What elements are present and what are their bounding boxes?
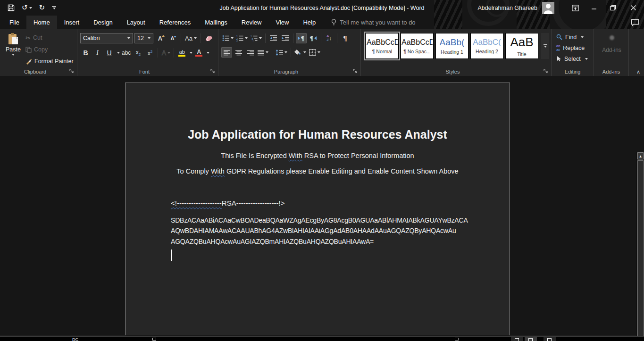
customize-qat-button[interactable] [52,6,56,10]
tell-me-box[interactable]: Tell me what you want to do [331,16,415,29]
find-button[interactable]: Find [556,32,592,42]
tab-file[interactable]: File [2,16,26,29]
minimize-button[interactable] [585,0,603,16]
shading-button[interactable] [293,47,307,58]
bullets-button[interactable] [221,33,234,43]
tab-design[interactable]: Design [86,16,119,29]
italic-button[interactable]: I [92,48,103,58]
rtl-text-direction-button[interactable]: ¶ [308,33,318,43]
collapse-ribbon-button[interactable]: ∧ [636,69,640,75]
feedback-comment-icon[interactable] [631,19,639,26]
show-hide-marks-button[interactable]: ¶ [340,33,351,43]
select-arrow-icon [556,56,561,62]
clipboard-dialog-launcher[interactable] [69,69,75,74]
close-button[interactable] [622,0,644,16]
underline-button[interactable]: U [104,48,115,58]
tab-review[interactable]: Review [234,16,269,29]
tab-home[interactable]: Home [26,16,57,29]
text-highlight-button[interactable]: ab [176,48,187,58]
ltr-text-direction-button[interactable]: ¶ [296,33,307,43]
taskbar-button[interactable] [544,337,556,341]
ribbon-display-options-button[interactable] [566,0,585,16]
copy-button[interactable]: Copy [25,44,74,55]
borders-button[interactable] [308,47,321,58]
doc-encoded-block: SDBzACAaABiACAaCwBOADeaBQAaWZAgAEcgByAG8… [171,215,468,247]
justify-button[interactable] [257,47,269,58]
tab-layout[interactable]: Layout [120,16,152,29]
tab-references[interactable]: References [152,16,198,29]
format-painter-button[interactable]: Format Painter [25,56,74,67]
clear-formatting-button[interactable] [204,33,215,43]
styles-gallery-more-button[interactable] [541,33,549,59]
style-normal[interactable]: AaBbCcD ¶ Normal [366,33,399,59]
cut-button[interactable]: ✂Cut [25,33,74,43]
font-dialog-launcher[interactable] [210,69,216,74]
account-user-name[interactable]: Abdelrahman Ghareeb [478,5,537,11]
highlight-options-chevron[interactable] [190,52,192,54]
quick-access-toolbar: ↺ ↻ [0,4,56,11]
document-page[interactable]: Job Application for Human Resources Anal… [125,83,510,335]
ribbon-tab-bar: File Home Insert Design Layout Reference… [0,16,644,29]
underline-options-chevron[interactable] [117,52,120,54]
styles-group: AaBbCcD ¶ Normal AaBbCcD ¶ No Spac... Aa… [361,29,552,76]
addins-button[interactable]: Add-ins [597,35,627,53]
styles-dialog-launcher[interactable] [544,69,549,74]
multilevel-list-button[interactable]: 1ai [250,33,263,43]
font-color-button[interactable]: A [193,48,204,58]
shrink-font-button[interactable]: A [167,33,178,43]
addins-group: Add-ins Add-ins [594,29,629,76]
grammar-squiggle: <!------------------- [171,199,222,207]
align-left-button[interactable] [221,47,232,58]
lightbulb-icon [331,19,336,26]
tab-view[interactable]: View [268,16,296,29]
tab-mailings[interactable]: Mailings [198,16,234,29]
font-color-options-chevron[interactable] [207,52,209,54]
paste-button[interactable]: Paste [3,33,24,67]
doc-encoded-line: AQwBDAHIAMAAwACAAUABhAG4AZwBlAHIAIAAiAGg… [171,225,468,236]
style-heading-2[interactable]: AaBbC( Heading 2 [470,33,503,59]
redo-button[interactable]: ↻ [39,4,45,11]
text-effects-button[interactable]: A [160,48,171,58]
select-button[interactable]: Select [556,53,592,64]
strikethrough-button[interactable]: abc [121,48,132,58]
line-spacing-button[interactable] [275,47,288,58]
scroll-up-button[interactable]: ▲ [637,152,644,159]
font-group: Calibri 12 A A Aa B I U abc x2 x2 A ab [77,29,218,76]
tab-insert[interactable]: Insert [57,16,87,29]
style-no-spacing[interactable]: AaBbCcD ¶ No Spac... [401,33,434,59]
windows-taskbar[interactable]: DC [0,336,644,341]
style-title[interactable]: AaB Title [505,33,538,59]
avatar[interactable] [542,2,554,14]
decrease-indent-button[interactable] [268,33,279,43]
vertical-scrollbar[interactable]: ▲ ▼ [636,152,644,341]
taskbar-button[interactable] [511,337,523,341]
font-name-combo[interactable]: Calibri [80,33,133,43]
style-heading-1[interactable]: AaBb( Heading 1 [435,33,468,59]
taskbar-app-fragment[interactable] [152,338,156,341]
tab-help[interactable]: Help [296,16,323,29]
change-case-button[interactable]: Aa [184,33,198,43]
save-button[interactable] [8,4,15,11]
subscript-button[interactable]: x2 [133,48,143,58]
taskbar-tray-fragment[interactable] [455,338,459,341]
align-right-icon [247,50,254,56]
font-color-swatch [195,55,202,57]
restore-button[interactable] [603,0,622,16]
align-right-button[interactable] [245,47,256,58]
taskbar-app-fragment[interactable]: DC [72,338,78,341]
increase-indent-button[interactable] [280,33,291,43]
bold-button[interactable]: B [80,48,91,58]
font-size-combo[interactable]: 12 [134,33,153,43]
numbering-button[interactable]: 123 [235,33,249,43]
align-center-button[interactable] [233,47,244,58]
multilevel-list-icon: 1ai [251,35,258,42]
replace-button[interactable]: abac Replace [556,42,592,53]
undo-button[interactable]: ↺ [22,4,32,11]
line-spacing-icon [276,50,283,56]
taskbar-button-active[interactable] [525,337,537,341]
paragraph-dialog-launcher[interactable] [353,69,358,74]
grow-font-button[interactable]: A [155,33,166,43]
superscript-button[interactable]: x2 [144,48,155,58]
sort-button[interactable]: AZ↓ [324,33,335,43]
scrollbar-thumb[interactable] [637,160,644,341]
